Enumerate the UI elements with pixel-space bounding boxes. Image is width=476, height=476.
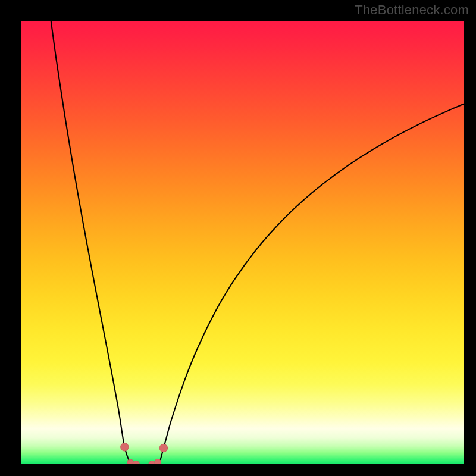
curve-marker bbox=[121, 443, 129, 451]
curve-marker bbox=[133, 461, 139, 464]
bottleneck-curve bbox=[51, 21, 464, 464]
curve-marker bbox=[159, 444, 167, 452]
marker-group bbox=[121, 443, 168, 464]
chart-stage: TheBottleneck.com bbox=[0, 0, 476, 476]
curve-marker bbox=[155, 459, 161, 464]
watermark-text: TheBottleneck.com bbox=[355, 2, 469, 18]
curve-svg bbox=[21, 21, 464, 464]
plot-area bbox=[21, 21, 464, 464]
